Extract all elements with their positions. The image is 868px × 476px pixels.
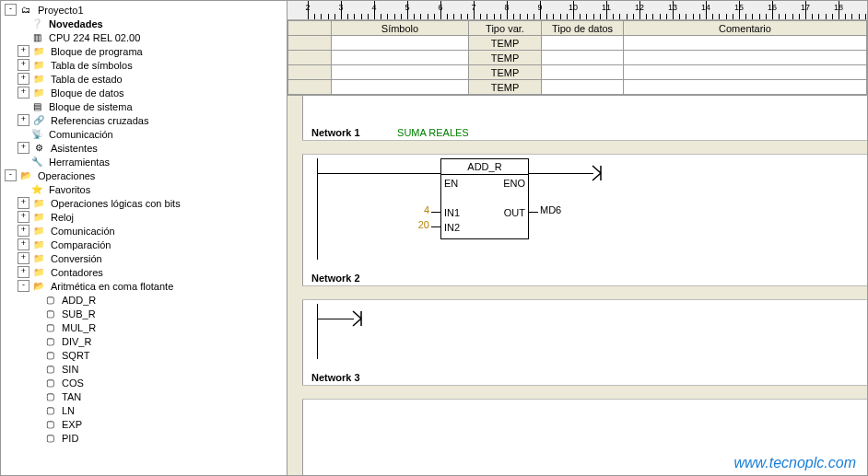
- expand-icon[interactable]: +: [18, 211, 29, 223]
- network-2-diagram[interactable]: [302, 304, 867, 368]
- tree-herramientas[interactable]: 🔧Herramientas: [5, 155, 287, 168]
- wire: [317, 319, 354, 319]
- folder-icon: 📁: [31, 266, 46, 279]
- editor-panel: 23456789101112131415161718 Símbolo Tipo …: [287, 1, 867, 475]
- folder-icon: 📂: [18, 169, 33, 182]
- expand-icon[interactable]: +: [18, 87, 29, 99]
- table-row[interactable]: TEMP: [288, 36, 867, 51]
- table-row[interactable]: TEMP: [288, 65, 867, 80]
- expand-icon[interactable]: +: [18, 225, 29, 237]
- expand-icon[interactable]: +: [18, 238, 29, 250]
- folder-icon: 📁: [31, 73, 46, 86]
- network-1-diagram[interactable]: ADD_R EN ENO IN1 OUT IN2 4 20: [302, 158, 867, 269]
- tree-operaciones[interactable]: -📂Operaciones: [5, 168, 287, 182]
- expand-icon[interactable]: -: [5, 169, 17, 181]
- tree-tan[interactable]: ▢TAN: [5, 389, 287, 403]
- tree-comunicacion[interactable]: 📡Comunicación: [5, 127, 287, 141]
- tools-icon: 🔧: [29, 156, 44, 168]
- fblock-title: ADD_R: [441, 159, 528, 175]
- network-title[interactable]: SUMA REALES: [397, 127, 469, 138]
- cell-tipo-var[interactable]: TEMP: [469, 65, 542, 80]
- tree-label: Operaciones: [36, 170, 97, 181]
- tree-tabla-simbolos[interactable]: +📁Tabla de símbolos: [5, 58, 287, 72]
- out-variable[interactable]: MD6: [540, 204, 561, 215]
- col-comentario[interactable]: Comentario: [624, 21, 867, 36]
- expand-icon[interactable]: +: [18, 114, 29, 126]
- expand-icon[interactable]: +: [18, 73, 29, 85]
- expand-icon[interactable]: +: [18, 59, 29, 71]
- network-1-header[interactable]: Network 1 SUMA REALES: [302, 123, 867, 140]
- network-3-header[interactable]: Network 3: [302, 368, 867, 385]
- folder-icon: 📁: [31, 225, 46, 238]
- tree-label: COS: [60, 377, 86, 389]
- tree-conversion[interactable]: +📁Conversión: [5, 251, 287, 265]
- block-icon: ▢: [42, 363, 57, 376]
- project-icon: 🗂: [18, 4, 33, 17]
- tree-comunicacion2[interactable]: +📁Comunicación: [5, 224, 287, 238]
- wizard-icon: ⚙: [31, 142, 46, 155]
- tree-comparacion[interactable]: +📁Comparación: [5, 238, 287, 251]
- tree-add-r[interactable]: ▢ADD_R: [5, 293, 287, 307]
- col-simbolo[interactable]: Símbolo: [332, 21, 469, 36]
- expand-icon[interactable]: +: [18, 197, 29, 209]
- tree-reloj[interactable]: +📁Reloj: [5, 210, 287, 224]
- wire: [529, 173, 593, 174]
- tree-label: Asistentes: [49, 143, 100, 154]
- project-tree[interactable]: -🗂Proyecto1 ❔Novedades ▥CPU 224 REL 02.0…: [1, 1, 287, 445]
- table-row[interactable]: TEMP: [288, 51, 867, 65]
- expand-icon[interactable]: +: [18, 142, 29, 154]
- tree-ln[interactable]: ▢LN: [5, 403, 287, 417]
- col-tipo-var[interactable]: Tipo var.: [469, 21, 542, 36]
- tree-contadores[interactable]: +📁Contadores: [5, 265, 287, 279]
- power-rail: [317, 304, 318, 359]
- tree-label: Referencias cruzadas: [49, 115, 150, 126]
- tree-label: Novedades: [47, 18, 105, 29]
- function-block-add-r[interactable]: ADD_R EN ENO IN1 OUT IN2: [440, 158, 529, 239]
- tree-div-r[interactable]: ▢DIV_R: [5, 334, 287, 348]
- ref-icon: 🔗: [31, 114, 46, 127]
- expand-icon[interactable]: +: [18, 252, 29, 264]
- tree-favoritos[interactable]: ⭐Favoritos: [5, 182, 287, 196]
- ladder-editor[interactable]: Network 1 SUMA REALES ADD_R EN ENO IN1: [287, 96, 867, 475]
- tree-pid[interactable]: ▢PID: [5, 431, 287, 445]
- tree-bloque-programa[interactable]: +📁Bloque de programa: [5, 44, 287, 58]
- block-icon: ▢: [42, 294, 57, 307]
- tree-proyecto[interactable]: -🗂Proyecto1: [5, 3, 287, 17]
- cell-tipo-var[interactable]: TEMP: [469, 51, 542, 65]
- expand-icon[interactable]: +: [18, 45, 29, 57]
- tree-sqrt[interactable]: ▢SQRT: [5, 348, 287, 362]
- tree-bloque-sistema[interactable]: ▤Bloque de sistema: [5, 99, 287, 113]
- folder-icon: 📁: [31, 252, 46, 265]
- tree-bloque-datos[interactable]: +📁Bloque de datos: [5, 86, 287, 99]
- tree-sub-r[interactable]: ▢SUB_R: [5, 307, 287, 320]
- tree-tabla-estado[interactable]: +📁Tabla de estado: [5, 72, 287, 86]
- block-icon: ▢: [42, 432, 57, 445]
- comm-icon: 📡: [29, 128, 44, 141]
- network-separator: [302, 140, 867, 155]
- tree-cpu[interactable]: ▥CPU 224 REL 02.00: [5, 30, 287, 44]
- expand-icon[interactable]: -: [5, 4, 17, 16]
- cell-tipo-var[interactable]: TEMP: [469, 36, 542, 51]
- in2-value[interactable]: 20: [404, 219, 429, 230]
- variable-table[interactable]: Símbolo Tipo var. Tipo de datos Comentar…: [287, 20, 867, 96]
- table-row[interactable]: TEMP: [288, 80, 867, 95]
- network-separator: [302, 285, 867, 300]
- col-tipo-datos[interactable]: Tipo de datos: [542, 21, 624, 36]
- tree-op-logicas[interactable]: +📁Operaciones lógicas con bits: [5, 196, 287, 210]
- tree-mul-r[interactable]: ▢MUL_R: [5, 320, 287, 334]
- cell-tipo-var[interactable]: TEMP: [469, 80, 542, 95]
- in1-value[interactable]: 4: [404, 204, 429, 215]
- tree-arit-coma[interactable]: -📂Aritmética en coma flotante: [5, 279, 287, 293]
- tree-novedades[interactable]: ❔Novedades: [5, 17, 287, 30]
- expand-icon[interactable]: -: [18, 280, 29, 292]
- tree-asistentes[interactable]: +⚙Asistentes: [5, 141, 287, 155]
- wire: [431, 226, 440, 227]
- tree-sin[interactable]: ▢SIN: [5, 362, 287, 376]
- network-2-header[interactable]: Network 2: [302, 269, 867, 285]
- tree-label: Comparación: [49, 239, 112, 250]
- tree-label: Herramientas: [47, 157, 111, 168]
- tree-cos[interactable]: ▢COS: [5, 376, 287, 389]
- expand-icon[interactable]: +: [18, 266, 29, 278]
- tree-ref-cruzadas[interactable]: +🔗Referencias cruzadas: [5, 113, 287, 127]
- tree-exp[interactable]: ▢EXP: [5, 417, 287, 431]
